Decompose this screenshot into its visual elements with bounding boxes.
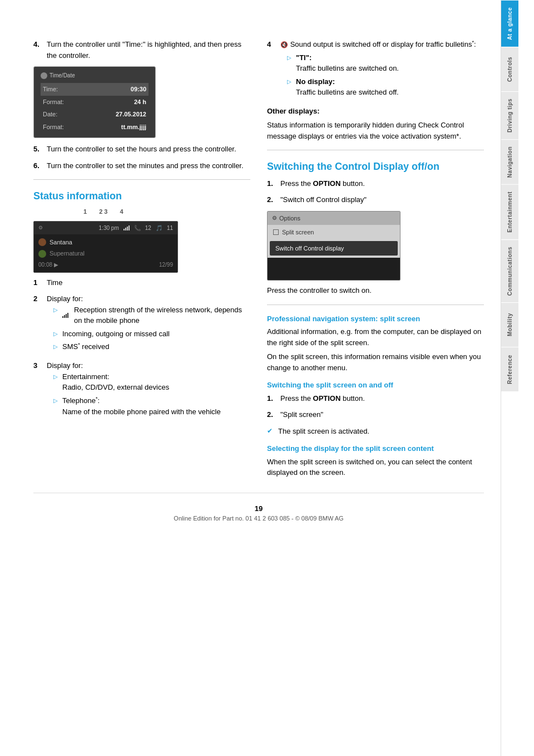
sidebar-tab-navigation[interactable]: Navigation [501,139,518,184]
status-subitem-3-1: Entertainment:Radio, CD/DVD, external de… [62,371,169,393]
copyright-text: Online Edition for Part no. 01 41 2 603 … [174,515,343,522]
split-screen-checkbox [273,229,279,235]
sidebar-tab-entertainment[interactable]: Entertainment [501,184,518,239]
split-step-2: 2. "Split screen" [267,409,484,420]
track-name: Santana [50,238,72,247]
screen-row-time: Time: 09:30 [41,83,149,96]
split-activated-note: ✔ The split screen is activated. [267,426,484,437]
options-title-text: Options [279,214,300,223]
split-step-2-text: "Split screen" [280,409,484,420]
sidebar-tab-reference[interactable]: Reference [501,347,518,391]
status-label-2: Display for: [47,293,250,305]
pro-nav-text2: On the split screen, this information re… [267,351,484,373]
track-num: 12/99 [159,261,173,269]
status-screen: ⚙ 1:30 pm 📞 [33,221,178,273]
screen-title: Time/Date [50,71,75,80]
step-5-num: 5. [33,144,43,155]
status-subitem-2-2: Incoming, outgoing or missed call [62,328,170,340]
status-subitem-2-1: Reception strength of the wireless netwo… [74,305,250,326]
switching-step-1: 1. Press the OPTION button. [267,178,484,189]
right-step-4: 4 🔇 Sound output is switched off or disp… [267,39,484,100]
status-label-1: Time [47,277,250,288]
other-displays-heading: Other displays: [267,107,320,115]
options-split-screen: Split screen [268,225,400,240]
step-6-text: Turn the controller to set the minutes a… [47,160,250,171]
status-screen-labels: 1 2 3 4 [83,207,250,217]
sidebar-tab-driving-tips[interactable]: Driving tips [501,91,518,139]
no-display-text: Traffic bulletins are switched off. [296,88,399,96]
music-icon [38,238,46,246]
album-name: Supernatural [50,249,85,258]
step-5-text: Turn the controller to set the hours and… [47,144,250,155]
selecting-display-text: When the split screen is switched on, yo… [267,456,484,478]
switching-step-2-text: "Switch off Control display" [280,194,484,205]
ti-text: Traffic bulletins are switched on. [296,64,399,72]
screen-icon [41,72,47,79]
pro-nav-heading: Professional navigation system: split sc… [267,313,484,325]
status-item-3: 3 Display for: ▷ Entertainment:Radio, CD… [33,360,250,419]
time-date-screen: Time/Date Time: 09:30 Format: 24 h Date:… [33,66,156,138]
other-displays-section: Other displays: Status information is te… [267,106,484,142]
page-footer: 19 Online Edition for Part no. 01 41 2 6… [33,493,484,527]
split-onoff-heading: Switching the split screen on and off [267,380,484,391]
right-step-4-text: Sound output is switched off or display … [290,40,476,48]
selecting-display-heading: Selecting the display for the split scre… [267,443,484,454]
sidebar-tab-communications[interactable]: Communications [501,239,518,302]
status-information-heading: Status information [33,190,250,203]
screen-row-format1: Format: 24 h [41,96,149,109]
album-icon [38,250,46,258]
screen-row-format2: Format: tt.mm.jjjj [41,121,149,134]
right-sidebar: At a glance Controls Driving tips Naviga… [501,0,518,756]
status-label-3: Display for: [47,360,250,371]
screen-row-date: Date: 27.05.2012 [41,108,149,121]
options-screen: ⚙ Options Split screen Switch off Contro… [267,211,400,281]
sidebar-tab-mobility[interactable]: Mobility [501,302,518,347]
press-controller-note: Press the controller to switch on. [267,285,484,296]
split-activated-text: The split screen is activated. [278,426,369,437]
track-time: 00:08 ▶ [38,261,58,269]
status-item-1: 1 Time [33,277,250,288]
switching-heading: Switching the Control Display off/on [267,160,484,173]
step-6-num: 6. [33,160,43,171]
sidebar-tab-controls[interactable]: Controls [501,47,518,91]
step-4-text: Turn the controller until "Time:" is hig… [47,39,250,61]
status-subitem-3-2: Telephone*:Name of the mobile phone pair… [62,395,221,417]
options-switch-off: Switch off Control display [270,241,398,256]
status-item-2: 2 Display for: ▷ [33,293,250,355]
page-number: 19 [33,504,484,513]
switching-step-2: 2. "Switch off Control display" [267,194,484,205]
sidebar-tab-at-a-glance[interactable]: At a glance [501,0,518,47]
other-displays-text: Status information is temporarily hidden… [267,120,484,141]
status-subitem-2-3: SMS* received [62,341,109,352]
pro-nav-text1: Additional information, e.g. from the co… [267,326,484,348]
split-step-1: 1. Press the OPTION button. [267,393,484,404]
step-4-num: 4. [33,39,43,61]
